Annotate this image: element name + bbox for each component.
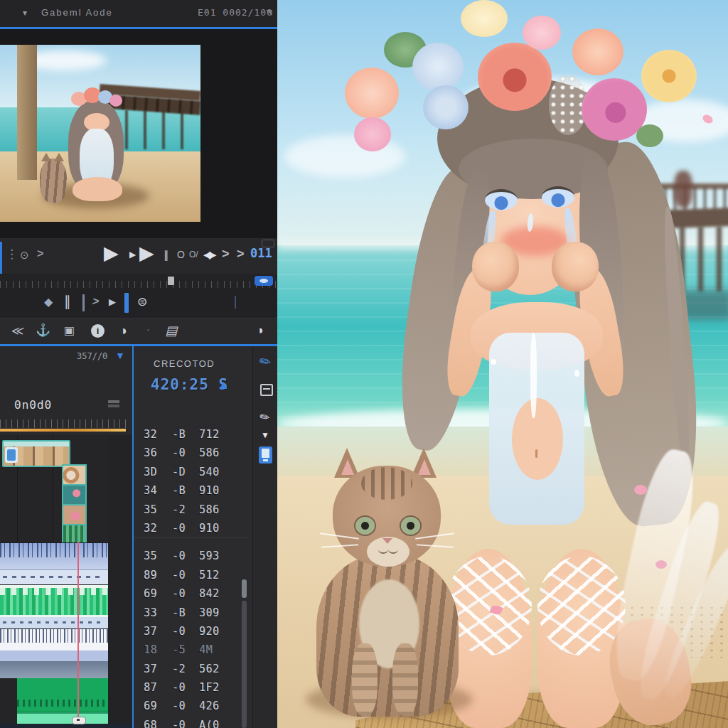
scrollbar-cap[interactable] (242, 579, 247, 598)
next-chevron-icon[interactable]: > (222, 247, 230, 260)
audio-clip-white[interactable] (0, 628, 108, 662)
clip-tile[interactable] (62, 504, 87, 526)
cat-mouth (388, 545, 398, 554)
layers-export-icon[interactable]: ▤ (165, 324, 181, 337)
navel (535, 449, 537, 458)
timecode-label: E01 0002/100 (198, 8, 273, 17)
data-row[interactable]: 69-0842 (134, 584, 247, 603)
strip-text-marks (3, 576, 102, 578)
kebab-menu-icon[interactable]: ⋮ (6, 248, 18, 260)
data-row[interactable]: 32-B712 (134, 425, 247, 444)
clip-tile[interactable] (62, 484, 87, 506)
render-badge-icon[interactable] (255, 276, 273, 286)
double-chevron-icon[interactable]: ≪ (11, 325, 26, 337)
dual-bar-icon[interactable]: ∥ (64, 294, 71, 309)
tick-icon: · (146, 324, 150, 334)
side-toolbar: ✎ ✎ ▼ (252, 346, 278, 728)
cat-front-leg (392, 643, 418, 716)
data-row[interactable]: 69-0426 (134, 697, 247, 715)
data-row[interactable]: 89-0512 (134, 566, 247, 584)
data-row[interactable]: 68-0A(0 (134, 716, 247, 728)
play-small-button[interactable]: ▶ (129, 250, 136, 259)
info-icon[interactable]: i (91, 324, 105, 338)
frame-icon[interactable]: ▣ (64, 325, 75, 336)
preview-cat (40, 159, 67, 203)
waveform (0, 543, 108, 557)
waveform-dark (0, 629, 108, 643)
timeline-dropdown-icon[interactable]: ▼ (115, 350, 125, 360)
label-strip-2[interactable] (0, 617, 108, 628)
preview-image[interactable] (0, 45, 200, 222)
play-marker-icon[interactable]: ▶ (109, 297, 116, 306)
data-row[interactable]: 35-0593 (134, 547, 247, 565)
sort-caret-icon[interactable]: ▲ (218, 379, 230, 391)
video-clip[interactable] (2, 440, 70, 467)
waveform-peaks (0, 588, 108, 595)
save-device-slot (263, 459, 268, 461)
data-row[interactable]: 36-0586 (134, 444, 247, 462)
cat-eye-left (355, 517, 375, 535)
panel-frame-icon[interactable] (260, 384, 273, 396)
data-row[interactable]: 35-2586 (134, 500, 247, 519)
data-row[interactable]: 33-B309 (134, 604, 247, 622)
scrollbar[interactable] (242, 601, 247, 728)
data-row[interactable]: 37-0920 (134, 622, 247, 641)
play-button-2[interactable]: ▶ (139, 244, 154, 263)
dial-icon[interactable]: ⊜ (137, 296, 147, 308)
pen-blue-icon[interactable]: ✎ (257, 353, 274, 370)
clip-chip-inner (7, 449, 16, 461)
trim-icon[interactable]: ◀▶ (203, 250, 215, 259)
playhead-handle[interactable] (72, 717, 86, 724)
caret-down-icon[interactable]: ▾ (23, 9, 27, 17)
pink-flower-accent (655, 560, 667, 569)
step-forward-icon[interactable]: > (37, 248, 43, 259)
pier-figures (674, 171, 692, 208)
pause-button[interactable]: ∥ (164, 250, 169, 260)
slate-band[interactable] (0, 661, 108, 678)
data-row[interactable]: 3D-D540 (134, 463, 247, 481)
loop-icon[interactable]: O/ (189, 250, 198, 259)
data-row[interactable]: 87-01F2 (134, 678, 247, 697)
label-strip[interactable] (0, 569, 108, 585)
cat-mouth (378, 545, 388, 554)
cat-ear-inner (341, 459, 354, 475)
flower-pink-cluster (523, 16, 561, 50)
cat-nose (382, 538, 392, 544)
display-mode-icon[interactable] (262, 240, 274, 247)
flower-yellow-lily (641, 50, 697, 102)
clip-tile[interactable] (62, 464, 87, 486)
keyframe-diamond-icon[interactable]: ◆ (44, 296, 53, 308)
save-device-icon[interactable] (259, 446, 272, 464)
anchor-icon[interactable]: ⚓ (36, 324, 50, 336)
caret-down-icon[interactable]: ▼ (261, 431, 269, 439)
scrub-playhead[interactable] (168, 277, 174, 285)
play-button[interactable]: ▶ (104, 244, 119, 263)
data-row[interactable]: 32-0910 (134, 519, 247, 538)
timeline-panel: 357//0 ▼ 0n0d0 (0, 346, 132, 728)
active-cursor-bar[interactable] (124, 293, 129, 313)
jog-icon[interactable]: ⊙ (20, 250, 29, 260)
corner-flag-icon[interactable]: ◥ (266, 9, 272, 16)
pen-white-icon[interactable]: ✎ (258, 410, 272, 425)
solid-green-clip[interactable] (17, 678, 108, 716)
data-row[interactable]: 18-54M (134, 641, 247, 659)
scrub-ruler[interactable] (0, 274, 277, 288)
flag-arrow-icon[interactable]: > (91, 296, 100, 307)
audio-clip-blue[interactable] (0, 542, 108, 570)
audio-clip-green[interactable] (0, 584, 108, 618)
waveform-low (17, 700, 108, 707)
single-bar-icon[interactable] (82, 294, 85, 311)
faint-bar-icon (235, 296, 236, 309)
playhead-line[interactable] (77, 542, 79, 722)
data-row[interactable]: 37-2562 (134, 660, 247, 678)
half-circle-icon[interactable]: ◑ (119, 324, 127, 337)
next-chevron-icon-2[interactable]: > (237, 247, 245, 260)
crescent-icon[interactable]: ◗ (257, 324, 264, 336)
pink-flower-accent (634, 485, 647, 495)
timeline-ruler[interactable] (0, 419, 128, 428)
work-area-bar[interactable] (0, 429, 126, 432)
flower-peach (345, 68, 399, 119)
flower-peach-rose (572, 28, 623, 75)
data-row[interactable]: 34-B910 (134, 481, 247, 500)
stop-ring-icon[interactable]: O (177, 250, 185, 259)
